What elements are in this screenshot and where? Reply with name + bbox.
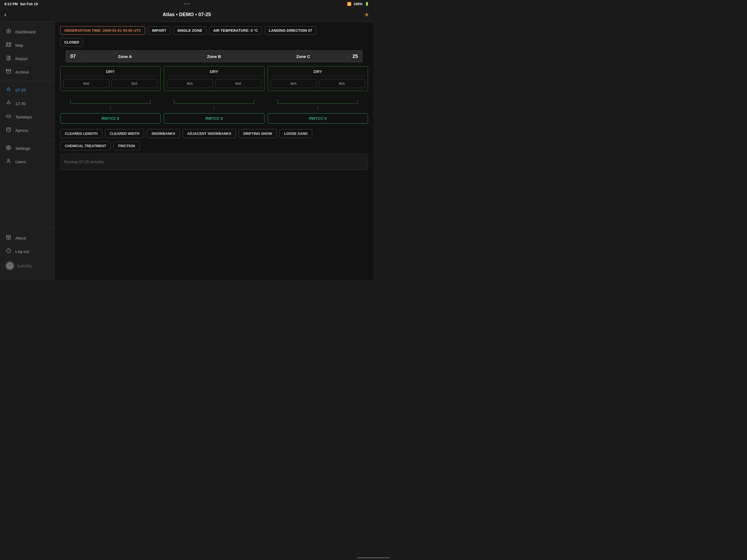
zone-a-label: Zone A	[118, 54, 132, 59]
header-title: Atlas • DEMO • 07-25	[163, 12, 211, 18]
sidebar-label-aprons: Aprons	[15, 128, 28, 133]
obs-time-button[interactable]: OBSERVATION TIME: 2000-01-01 00:00 UTC	[60, 26, 145, 35]
sidebar-label-1230: 12-30	[15, 101, 26, 106]
zone-b-label: Zone B	[207, 54, 221, 59]
sidebar-label-0725: 07-25	[15, 88, 26, 93]
app-header: ‹ Atlas • DEMO • 07-25 ✈	[0, 8, 374, 22]
status-date: Sat Feb 19	[20, 2, 38, 6]
taxiways-icon	[5, 114, 11, 120]
zone-b-na-right[interactable]: N/A	[215, 79, 261, 88]
about-icon	[5, 235, 11, 241]
zone-num-right: 25	[348, 54, 362, 59]
sidebar-label-report: Report	[15, 56, 28, 61]
sidebar-item-runway-1230[interactable]: 12-30	[0, 97, 54, 110]
zone-b-na-row: N/A N/A	[167, 79, 261, 88]
archive-icon	[5, 69, 11, 75]
sidebar-label-about: About	[15, 236, 26, 240]
option-loose-sand[interactable]: LOOSE SAND	[279, 129, 312, 138]
sidebar-item-runway-0725[interactable]: 07-25	[0, 83, 54, 97]
option-snowbanks[interactable]: SNOWBANKS	[147, 129, 180, 138]
zone-a-na-left[interactable]: N/A	[63, 79, 109, 88]
zone-num-left: 07	[66, 54, 80, 59]
option-friction[interactable]: FRICTION	[113, 142, 139, 150]
remarks-input[interactable]	[60, 154, 368, 170]
zone-b-condition: DRY	[167, 69, 261, 76]
wifi-icon: 📶	[347, 2, 351, 6]
toolbar: OBSERVATION TIME: 2000-01-01 00:00 UTC I…	[60, 26, 368, 35]
sidebar: Dashboard Map Report Archive 07-25	[0, 22, 55, 280]
closed-button[interactable]: CLOSED	[60, 38, 83, 47]
dot2	[186, 3, 187, 4]
nav-divider-2	[0, 139, 54, 139]
dashboard-icon	[5, 29, 11, 35]
logout-icon	[5, 248, 11, 255]
remarks-container	[60, 154, 368, 170]
sidebar-label-dashboard: Dashboard	[15, 29, 35, 34]
back-button[interactable]: ‹	[4, 11, 6, 18]
sidebar-item-about[interactable]: About	[0, 231, 54, 245]
rwycc-c-arrow: ↓	[316, 104, 319, 110]
option-adjacent-snowbanks[interactable]: ADJACENT SNOWBANKS	[183, 129, 236, 138]
sidebar-item-taxiways[interactable]: Taxiways	[0, 110, 54, 124]
option-cleared-length[interactable]: CLEARED LENGTH	[60, 129, 102, 138]
sidebar-item-settings[interactable]: Settings	[0, 142, 54, 155]
option-chemical-treatment[interactable]: CHEMICAL TREATMENT	[60, 142, 111, 150]
battery-label: 100%	[354, 2, 363, 6]
zone-c-card: DRY N/A N/A	[268, 66, 368, 91]
sidebar-item-logout[interactable]: Log out	[0, 245, 54, 258]
svg-point-1	[8, 31, 9, 32]
safesky-logo-icon	[5, 261, 14, 270]
zone-a-na-row: N/A N/A	[63, 79, 157, 88]
zone-header-bar: 07 Zone A Zone B Zone C 25	[66, 50, 363, 62]
import-button[interactable]: IMPORT	[148, 26, 170, 35]
zone-a-na-right[interactable]: N/A	[111, 79, 158, 88]
sidebar-item-aprons[interactable]: Aprons	[0, 124, 54, 137]
option-drifting-snow[interactable]: DRIFTING SNOW	[239, 129, 277, 138]
zone-b-na-left[interactable]: N/A	[167, 79, 213, 88]
zone-labels: Zone A Zone B Zone C	[80, 54, 348, 59]
rwycc-col-c: ↓ RWYCC 6	[268, 96, 368, 124]
sidebar-item-report[interactable]: Report	[0, 52, 54, 65]
zones-row: DRY N/A N/A DRY N/A N/A DRY N/A N/A	[60, 66, 368, 91]
rwycc-col-b: ↓ RWYCC 6	[164, 96, 264, 124]
zone-b-card: DRY N/A N/A	[164, 66, 264, 91]
map-icon	[5, 42, 11, 48]
svg-rect-12	[6, 128, 10, 131]
aprons-icon	[5, 127, 11, 133]
air-temp-button[interactable]: AIR TEMPERATURE: 0 °C	[209, 26, 262, 35]
rwycc-a-button[interactable]: RWYCC 6	[60, 113, 160, 124]
sidebar-item-archive[interactable]: Archive	[0, 65, 54, 79]
sidebar-label-logout: Log out	[15, 249, 29, 254]
dot1	[184, 3, 185, 4]
sidebar-label-archive: Archive	[15, 70, 29, 74]
rwycc-col-a: ↓ RWYCC 6	[60, 96, 160, 124]
zone-c-na-right[interactable]: N/A	[319, 79, 365, 88]
sidebar-item-map[interactable]: Map	[0, 39, 54, 52]
zone-c-condition: DRY	[271, 69, 365, 76]
rwycc-c-button[interactable]: RWYCC 6	[268, 113, 368, 124]
sidebar-item-dashboard[interactable]: Dashboard	[0, 25, 54, 39]
sidebar-item-users[interactable]: Users	[0, 155, 54, 169]
option-cleared-width[interactable]: CLEARED WIDTH	[105, 129, 144, 138]
options-row-2: CHEMICAL TREATMENT FRICTION	[60, 142, 368, 150]
single-zone-button[interactable]: SINGLE ZONE	[173, 26, 206, 35]
sidebar-label-settings: Settings	[15, 146, 30, 151]
landing-dir-button[interactable]: LANDING DIRECTION 07	[265, 26, 316, 35]
main-content: OBSERVATION TIME: 2000-01-01 00:00 UTC I…	[55, 22, 374, 280]
zone-c-na-left[interactable]: N/A	[271, 79, 317, 88]
rwycc-a-arrow: ↓	[109, 104, 112, 110]
zone-c-na-row: N/A N/A	[271, 79, 365, 88]
rwycc-b-button[interactable]: RWYCC 6	[164, 113, 264, 124]
send-icon[interactable]: ✈	[364, 11, 369, 18]
safesky-label: SafeSky	[17, 263, 32, 268]
safesky-branding: SafeSky	[0, 258, 54, 274]
dot3	[188, 3, 189, 4]
status-time: 8:13 PM	[4, 2, 18, 6]
svg-rect-11	[6, 115, 11, 117]
zone-a-condition: DRY	[63, 69, 157, 76]
users-icon	[5, 159, 11, 165]
rwycc-section: ↓ RWYCC 6 ↓ RWYCC 6 ↓ RWYCC 6	[60, 96, 368, 124]
svg-point-0	[6, 29, 11, 33]
main-layout: Dashboard Map Report Archive 07-25	[0, 22, 374, 280]
settings-icon	[5, 145, 11, 152]
